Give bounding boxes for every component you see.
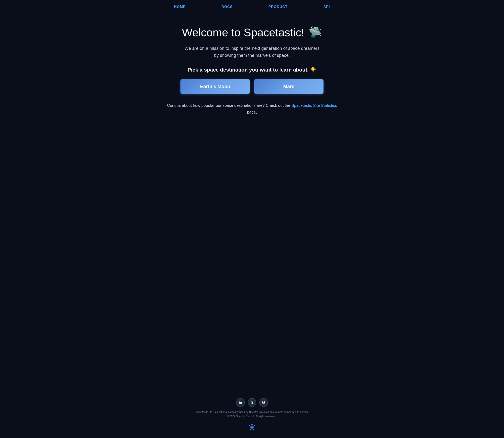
linkedin-icon[interactable]: in — [236, 398, 245, 407]
pick-label: Pick a space destination you want to lea… — [188, 67, 316, 73]
hero-subtitle: We are on a mission to inspire the next … — [182, 45, 322, 59]
footer-line2: © 2024 Spectro Cloud®. All rights reserv… — [195, 414, 309, 418]
nav-api[interactable]: API — [324, 5, 330, 9]
moon-button[interactable]: Earth's Moon — [180, 79, 250, 94]
nav-product[interactable]: PRODUCT — [269, 5, 288, 9]
twitter-x-icon[interactable]: 𝕏 — [248, 398, 256, 407]
hero-title: Welcome to Spacetastic! — [182, 26, 304, 39]
hero-title-row: Welcome to Spacetastic! 🛸 — [182, 26, 322, 39]
rocket-icon: 🛸 — [308, 26, 322, 39]
nav-docs[interactable]: DOCS — [221, 5, 232, 9]
mastodon-icon[interactable]: M — [259, 398, 268, 407]
social-icons: in 𝕏 M — [236, 398, 268, 407]
main-content: Welcome to Spacetastic! 🛸 We are on a mi… — [162, 14, 342, 390]
stats-link[interactable]: Spacetastic Site Statictics — [291, 103, 337, 108]
nav-home[interactable]: HOME — [174, 5, 186, 9]
destination-buttons: Earth's Moon Mars — [180, 79, 324, 94]
mars-button[interactable]: Mars — [254, 79, 324, 94]
main-nav: HOME DOCS PRODUCT API — [0, 0, 504, 14]
spectro-logo — [248, 423, 256, 432]
footer-line1: Spacetastic Ltd. is a fictional company … — [195, 410, 309, 414]
stats-text-after: page. — [247, 110, 257, 114]
stats-text: Curious about how popular our space dest… — [166, 102, 338, 116]
stats-text-before: Curious about how popular our space dest… — [167, 103, 291, 108]
footer-disclaimer: Spacetastic Ltd. is a fictional company … — [195, 410, 309, 418]
footer: in 𝕏 M Spacetastic Ltd. is a fictional c… — [0, 390, 504, 438]
